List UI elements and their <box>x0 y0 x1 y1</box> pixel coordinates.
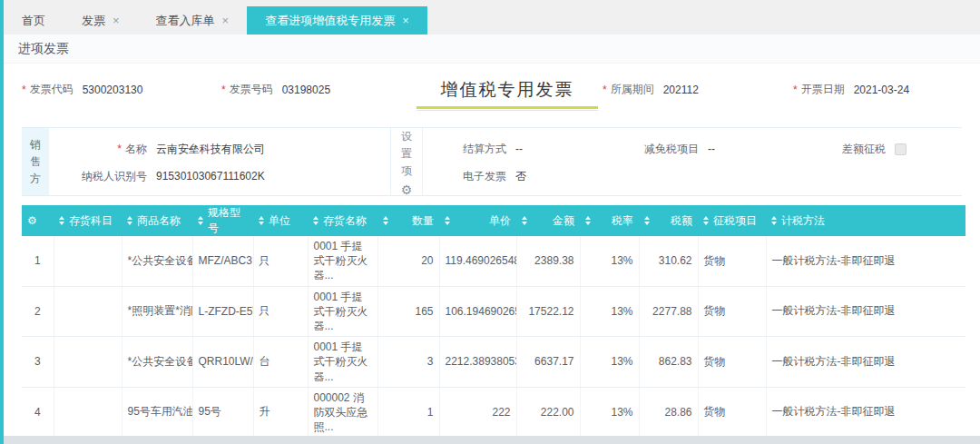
settings-label: 设置项 <box>400 128 413 180</box>
header-tax-item[interactable]: 征税项目 <box>698 205 766 236</box>
period-field: * 所属期间 202112 <box>603 78 793 97</box>
cell-tax-item: 货物 <box>698 387 766 438</box>
cell-quantity: 1 <box>377 387 439 438</box>
header-product-name[interactable]: 商品名称 <box>122 205 192 236</box>
tax-exemption-label: 减免税项目 <box>644 142 699 157</box>
sort-icon <box>644 216 650 225</box>
header-tax-amount[interactable]: 税额 <box>639 205 698 236</box>
invoice-date-value: 2021-03-24 <box>854 84 909 96</box>
table-row[interactable]: 1 *公共安全设备*手提 MFZ/ABC3 只 0001 手提式干粉灭火器...… <box>22 236 965 286</box>
header-tax-rate[interactable]: 税率 <box>580 205 639 236</box>
electronic-invoice-field: 电子发票 否 <box>463 165 644 187</box>
header-quantity[interactable]: 数量 <box>377 205 439 236</box>
header-unit[interactable]: 单位 <box>253 205 308 236</box>
invoice-code-field: * 发票代码 5300203130 <box>22 78 221 97</box>
cell-unit-price: 222 <box>439 387 516 438</box>
cell-quantity: 165 <box>377 286 439 337</box>
taxpayer-id-field: 纳税人识别号 91530103067111602K <box>49 165 390 187</box>
sort-icon <box>259 216 264 225</box>
cell-inventory-account <box>54 387 122 438</box>
cell-inventory-name: 000002 消防双头应急照... <box>308 387 377 438</box>
electronic-invoice-value: 否 <box>515 169 526 184</box>
taxpayer-id-label: 纳税人识别号 <box>82 169 147 184</box>
required-marker: * <box>793 84 798 96</box>
cell-unit-price: 106.194690265 <box>439 286 516 337</box>
header-inventory-name[interactable]: 存货名称 <box>308 205 377 236</box>
gear-icon: ⚙ <box>27 214 37 227</box>
cell-tax-item: 货物 <box>698 286 766 337</box>
close-icon[interactable]: × <box>113 14 120 27</box>
tab-invoice[interactable]: 发票 × <box>64 6 138 35</box>
table-row[interactable]: 3 *公共安全设备*S型 QRR10LW/S 台 0001 手提式干粉灭火器..… <box>22 337 965 388</box>
cell-unit: 升 <box>253 387 308 438</box>
seller-side-label: 销售方 <box>22 128 49 195</box>
header-unit-price[interactable]: 单价 <box>439 205 516 236</box>
table-row[interactable]: 2 *照明装置*消防双头 L-ZFZD-E5W 只 0001 手提式干粉灭火器.… <box>22 286 965 337</box>
sort-icon <box>313 216 318 225</box>
horizontal-scrollbar-track[interactable] <box>4 436 980 444</box>
cell-unit-price: 119.469026548 <box>439 236 516 286</box>
cell-product-name: 95号车用汽油（VI） <box>122 387 192 438</box>
cell-tax-method: 一般计税方法-非即征即退 <box>766 286 965 337</box>
tab-invoice-label: 发票 <box>82 13 105 29</box>
cell-amount: 6637.17 <box>516 337 580 388</box>
cell-unit: 只 <box>253 286 308 337</box>
close-icon[interactable]: × <box>402 14 409 27</box>
required-marker: * <box>603 84 607 96</box>
settings-panel-toggle[interactable]: 设置项 ⚙ <box>390 128 423 195</box>
row-number: 4 <box>22 387 54 438</box>
cell-amount: 2389.38 <box>516 236 580 286</box>
seller-name-label: 名称 <box>125 142 147 157</box>
cell-unit: 台 <box>253 337 308 388</box>
cell-spec-model: 95号 <box>192 387 253 438</box>
column-settings-button[interactable]: ⚙ <box>22 205 54 236</box>
cell-inventory-name: 0001 手提式干粉灭火器... <box>308 286 377 337</box>
sort-icon <box>127 216 132 225</box>
close-icon[interactable]: × <box>222 14 230 27</box>
page-title-bar: 进项发票 <box>4 35 980 64</box>
cell-amount: 222.00 <box>516 387 580 438</box>
sort-icon <box>703 216 709 225</box>
row-number: 1 <box>22 236 54 286</box>
settlement-label: 结算方式 <box>463 142 506 157</box>
sort-icon <box>771 216 777 225</box>
invoice-code-value: 5300203130 <box>83 84 143 96</box>
cell-tax-amount: 28.86 <box>639 387 698 438</box>
cell-tax-rate: 13% <box>580 387 639 438</box>
tab-view-input-vat-invoice[interactable]: 查看进项增值税专用发票 × <box>247 6 427 35</box>
cell-product-name: *公共安全设备*手提 <box>122 236 192 286</box>
header-tax-method[interactable]: 计税方法 <box>766 205 965 236</box>
cell-tax-method: 一般计税方法-非即征即退 <box>766 236 965 286</box>
page-title: 进项发票 <box>18 41 69 57</box>
invoice-number-value: 03198025 <box>282 84 330 96</box>
cell-unit-price: 2212.38938053 <box>439 337 516 388</box>
cell-amount: 17522.12 <box>516 286 580 337</box>
seller-fields: * 名称 云南安垒科技有限公司 纳税人识别号 91530103067111602… <box>49 128 390 195</box>
header-inventory-account[interactable]: 存货科目 <box>54 205 122 236</box>
differential-tax-field: 差额征税 <box>842 138 962 160</box>
cell-quantity: 20 <box>377 236 439 286</box>
left-accent-strip <box>0 0 4 444</box>
tab-view-receipt[interactable]: 查看入库单 × <box>138 6 248 35</box>
table-row[interactable]: 4 95号车用汽油（VI） 95号 升 000002 消防双头应急照... 1 … <box>22 387 965 438</box>
settlement-field: 结算方式 -- <box>463 138 644 160</box>
cell-tax-amount: 862.83 <box>639 337 698 388</box>
sort-icon <box>198 216 203 225</box>
settlement-value: -- <box>515 143 523 155</box>
cell-spec-model: QRR10LW/S <box>192 337 253 388</box>
cell-tax-rate: 13% <box>580 337 639 388</box>
header-amount[interactable]: 金额 <box>516 205 580 236</box>
tab-bar: 首页 发票 × 查看入库单 × 查看进项增值税专用发票 × <box>4 0 980 35</box>
differential-tax-checkbox[interactable] <box>895 143 906 155</box>
sort-icon <box>585 216 591 225</box>
seller-name-field: * 名称 云南安垒科技有限公司 <box>49 138 390 160</box>
invoice-date-field: * 开票日期 2021-03-24 <box>793 78 962 97</box>
cell-inventory-name: 0001 手提式干粉灭火器... <box>308 236 377 286</box>
gear-icon[interactable]: ⚙ <box>401 183 413 196</box>
cell-inventory-account <box>54 337 122 388</box>
header-spec-model[interactable]: 规格型号 <box>192 205 253 236</box>
cell-tax-amount: 2277.88 <box>639 286 698 337</box>
cell-inventory-account <box>54 286 122 337</box>
tab-home[interactable]: 首页 <box>4 6 64 35</box>
seller-section: 销售方 * 名称 云南安垒科技有限公司 纳税人识别号 9153010306711… <box>22 127 962 196</box>
